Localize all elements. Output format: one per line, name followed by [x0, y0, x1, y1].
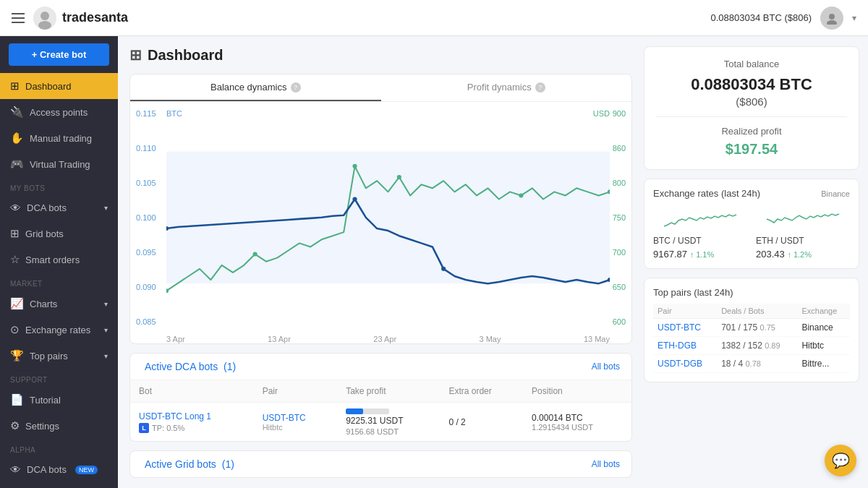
dca-bots-icon: 👁 [10, 202, 21, 214]
sidebar-item-tutorial[interactable]: 📄 Tutorial [0, 387, 118, 413]
tp-deals-value: 701 / 175 [721, 322, 757, 333]
exchange-rates-icon: ⊙ [10, 323, 20, 336]
take-profit-bar: 9225.31 USDT 9156.68 USDT [346, 408, 431, 436]
dca-title-text: Active DCA bots [145, 361, 218, 372]
charts-chevron: ▾ [104, 300, 108, 308]
pair-cell: USDT-BTC Hitbtc [254, 402, 338, 441]
eth-sparkline [756, 205, 850, 234]
tp-pair-cell: USDT-BTC [653, 319, 717, 337]
realized-value: $197.54 [656, 141, 847, 158]
alpha-section: ALPHA [0, 439, 118, 457]
page-title: ⊞ Dashboard [129, 46, 632, 64]
tp-pair-cell: ETH-DGB [653, 337, 717, 355]
chat-button[interactable]: 💬 [825, 445, 856, 476]
chart-svg [166, 122, 610, 328]
sidebar-item-dca-bots-alpha[interactable]: 👁 DCA bots NEW [0, 457, 118, 482]
sidebar-item-dashboard[interactable]: ⊞ Dashboard [0, 73, 118, 99]
main-layout: + Create bot ⊞ Dashboard 🔌 Access points… [0, 36, 868, 488]
user-chevron[interactable]: ▾ [852, 13, 856, 23]
top-pairs-title: Top pairs (last 24h) [653, 287, 850, 298]
exchange-label: Hitbtc [263, 423, 329, 432]
sidebar-item-manual-trading[interactable]: ✋ Manual trading [0, 125, 118, 151]
total-balance-label: Total balance [656, 59, 847, 69]
bot-indicator: L [139, 423, 149, 433]
market-section: MARKET [0, 273, 118, 291]
tp-pair-link[interactable]: USDT-DGB [658, 359, 702, 369]
er-charts: BTC / USDT 9167.87 ↑ 1.1% ETH / USDT 203… [653, 205, 850, 260]
tp-deals-ratio: 0.75 [760, 323, 775, 332]
sidebar-item-settings[interactable]: ⚙ Settings [0, 413, 118, 439]
all-bots-link-dca[interactable]: All bots [592, 361, 620, 372]
top-header: tradesanta 0.08803034 BTC ($806) ▾ [0, 0, 868, 36]
sidebar-item-grid-bots[interactable]: ⊞ Grid bots [0, 221, 118, 247]
svg-point-2 [38, 21, 51, 30]
manual-trading-icon: ✋ [10, 132, 24, 145]
create-bot-button[interactable]: + Create bot [9, 43, 109, 66]
tab-profit-dynamics[interactable]: Profit dynamics ? [381, 74, 632, 101]
tp-col-pair: Pair [653, 304, 717, 319]
hamburger-button[interactable] [12, 13, 25, 23]
total-balance-usd: ($806) [656, 95, 847, 108]
position-value: 0.00014 BTC [532, 413, 623, 423]
top-pair-row: USDT-DGB 18 / 4 0.78 Bittre... [653, 355, 850, 373]
sidebar-item-charts[interactable]: 📈 Charts ▾ [0, 291, 118, 317]
dca-table-header: Active DCA bots (1) All bots [130, 354, 631, 380]
col-take-profit: Take profit [337, 380, 440, 403]
access-points-label: Access points [30, 107, 88, 118]
extra-order-cell: 0 / 2 [440, 402, 523, 441]
tab-profit-label: Profit dynamics [467, 82, 532, 93]
chart-tabs: Balance dynamics ? Profit dynamics ? [130, 74, 631, 102]
bot-name-link[interactable]: USDT-BTC Long 1 [139, 411, 245, 421]
grid-bots-label: Grid bots [25, 228, 64, 239]
tp-col-deals: Deals / Bots [717, 304, 797, 319]
sidebar-item-top-pairs[interactable]: 🏆 Top pairs ▾ [0, 343, 118, 369]
tutorial-label: Tutorial [30, 395, 61, 406]
tp-value: 9225.31 USDT [346, 416, 431, 426]
user-avatar[interactable] [820, 7, 843, 30]
tp-pair-link[interactable]: USDT-BTC [658, 322, 701, 333]
top-pair-row: ETH-DGB 1382 / 152 0.89 Hitbtc [653, 337, 850, 355]
btc-change: ↑ 1.1% [690, 250, 715, 259]
dca-bots-label: DCA bots [27, 202, 67, 213]
chart-y-right-axis: 900 860 800 750 700 650 600 [613, 109, 626, 326]
sidebar-item-access-points[interactable]: 🔌 Access points [0, 99, 118, 125]
sidebar-item-smart-orders[interactable]: ☆ Smart orders [0, 247, 118, 273]
balance-card: Total balance 0.08803034 BTC ($806) Real… [644, 46, 859, 170]
charts-label: Charts [30, 299, 57, 309]
chart-body: BTC USD 0.115 0.110 0.105 0.100 0.095 0.… [130, 102, 631, 344]
tab-balance-dynamics[interactable]: Balance dynamics ? [130, 74, 381, 101]
bot-name-cell: USDT-BTC Long 1 L TP: 0.5% [130, 402, 254, 441]
new-badge: NEW [75, 466, 98, 474]
all-bots-link-grid[interactable]: All bots [592, 459, 620, 469]
col-extra-order: Extra order [440, 380, 523, 403]
btc-pair-label: BTC / USDT [653, 236, 747, 246]
pair-link[interactable]: USDT-BTC [263, 413, 306, 423]
exchange-rates-card: Exchange rates (last 24h) Binance BTC / … [644, 179, 859, 269]
tab-balance-label: Balance dynamics [210, 82, 287, 93]
manual-trading-label: Manual trading [30, 133, 92, 144]
sidebar-item-virtual-trading[interactable]: 🎮 Virtual Trading [0, 151, 118, 177]
tp-deals-ratio: 0.78 [746, 359, 761, 368]
grid-table-header: Active Grid bots (1) All bots [130, 451, 631, 478]
smart-orders-label: Smart orders [25, 254, 80, 265]
sidebar-item-dca-bots[interactable]: 👁 DCA bots ▾ [0, 195, 118, 221]
exchange-rates-chevron: ▾ [104, 326, 108, 334]
chart-axis-btc: BTC [166, 109, 182, 118]
top-pairs-card: Top pairs (last 24h) Pair Deals / Bots E… [644, 278, 859, 382]
sidebar-item-exchange-rates[interactable]: ⊙ Exchange rates ▾ [0, 317, 118, 343]
smart-orders-icon: ☆ [10, 253, 20, 266]
charts-icon: 📈 [10, 297, 24, 310]
er-header: Exchange rates (last 24h) Binance [653, 188, 850, 199]
tp-pair-link[interactable]: ETH-DGB [658, 341, 697, 351]
balance-help-icon[interactable]: ? [291, 82, 301, 93]
header-left: tradesanta [12, 7, 128, 30]
profit-help-icon[interactable]: ? [535, 82, 545, 93]
dca-count: (1) [224, 361, 236, 372]
logo: tradesanta [33, 7, 128, 30]
chart-x-axis: 3 Apr 13 Apr 23 Apr 3 May 13 May [166, 335, 610, 343]
realized-label: Realized profit [656, 126, 847, 137]
support-section: SUPPORT [0, 369, 118, 387]
svg-point-13 [352, 197, 357, 201]
dca-alpha-label: DCA bots [27, 464, 67, 475]
header-balance: 0.08803034 BTC ($806) [711, 12, 812, 23]
